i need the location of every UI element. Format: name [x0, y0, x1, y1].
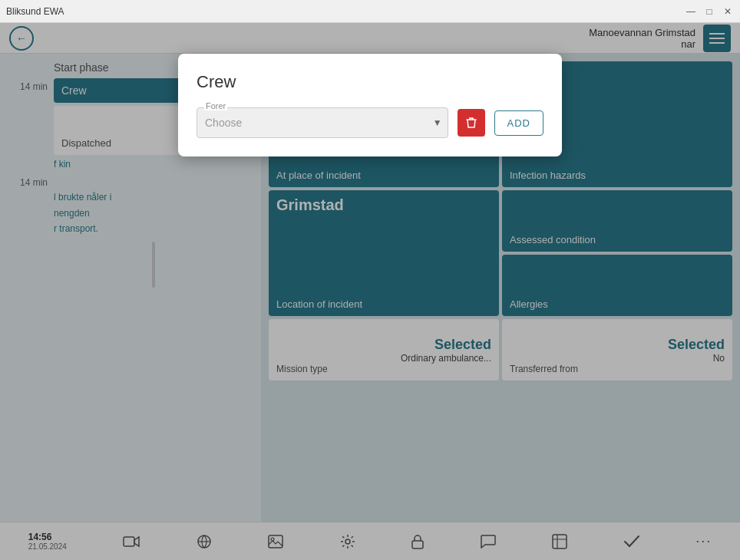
modal-title: Crew [197, 72, 543, 92]
trash-icon [466, 117, 477, 129]
forer-form-group: Forer Choose ▼ [197, 107, 448, 138]
delete-button[interactable] [458, 109, 485, 137]
forer-label: Forer [204, 101, 227, 110]
modal-form-row: Forer Choose ▼ ADD [197, 107, 543, 138]
forer-select[interactable]: Choose [197, 107, 448, 138]
crew-modal: Crew Forer Choose ▼ ADD [178, 54, 562, 156]
close-button[interactable]: ✕ [722, 5, 734, 18]
title-bar: Bliksund EWA — □ ✕ [0, 0, 740, 23]
window-controls: — □ ✕ [685, 5, 734, 18]
select-arrow-icon: ▼ [433, 117, 442, 128]
add-button[interactable]: ADD [494, 110, 543, 136]
app-container: ← Manoevannan Grimstad nar Start phase 1… [0, 23, 740, 560]
maximize-button[interactable]: □ [703, 5, 715, 18]
app-title: Bliksund EWA [6, 6, 64, 17]
minimize-button[interactable]: — [685, 5, 697, 18]
modal-overlay[interactable]: Crew Forer Choose ▼ ADD [0, 23, 740, 560]
